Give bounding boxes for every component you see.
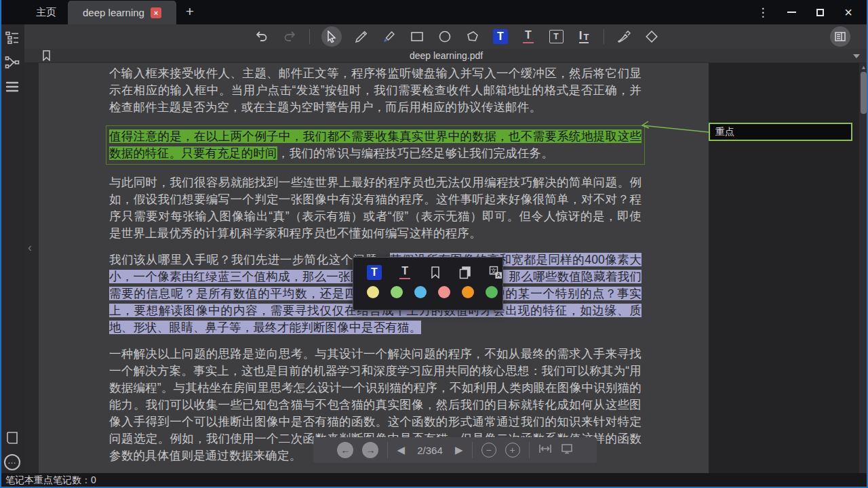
close-button[interactable]: × [834, 0, 863, 24]
t-glyph: T [553, 33, 558, 41]
tab-label: deep learning [83, 7, 144, 18]
toolbar-divider [604, 29, 604, 44]
status-bar: 笔记本重点笔记数：0 [0, 473, 868, 488]
bookmark-button[interactable] [429, 265, 443, 280]
zoom-in-button[interactable]: + [505, 443, 520, 458]
polygon-tool[interactable] [465, 28, 481, 45]
color-dot-pink[interactable] [438, 286, 450, 298]
ellipse-tool[interactable] [437, 28, 453, 45]
page-gutter [24, 63, 39, 473]
highlight-text-icon: T [493, 29, 508, 44]
new-tab-button[interactable]: + [179, 0, 201, 24]
select-tool[interactable] [321, 26, 342, 47]
t-glyph: T [371, 267, 378, 278]
highlight-text-icon: T [367, 265, 382, 280]
nav-divider [529, 442, 530, 458]
more-options-icon[interactable]: … [4, 454, 20, 470]
previous-page-button[interactable]: ◀ [397, 444, 405, 456]
color-dot-yellow[interactable] [367, 286, 379, 298]
nav-divider [472, 442, 473, 458]
annotated-paragraph: 值得注意的是，在以上两个例子中，我们都不需要收集真实世界中的数据，也不需要系统地… [106, 125, 645, 165]
app-window: 主页 deep learning × + ⋮ × [0, 0, 868, 488]
insert-text-icon: IT [579, 30, 589, 43]
eraser-tool[interactable] [644, 28, 660, 45]
highlighter-tool[interactable] [381, 28, 397, 45]
scroll-up-icon[interactable]: ▲ [861, 64, 867, 70]
underline-text-icon: T [399, 266, 410, 279]
t-glyph: T [401, 266, 408, 277]
fit-width-button[interactable] [538, 443, 552, 457]
note-count-text: 笔记本重点笔记数：0 [5, 474, 96, 485]
tool-group: T T T IT [24, 24, 660, 49]
scrollbar-thumb[interactable] [861, 72, 867, 114]
minimize-icon [787, 12, 796, 13]
bookmark-icon[interactable] [42, 50, 51, 64]
menu-icon[interactable]: ⋮ [749, 0, 777, 24]
tab-home[interactable]: 主页 [24, 0, 68, 24]
document-title: deep learning.pdf [410, 50, 483, 61]
outline-icon[interactable] [4, 30, 20, 46]
mindmap-icon[interactable] [4, 54, 20, 70]
annotation-popup: T T 文A [353, 257, 503, 310]
paragraph: 个输入框来接受收件人、主题、邮件正文等，程序将监听键盘输入并写入一个缓冲区，然后… [109, 65, 642, 116]
minimize-button[interactable] [777, 0, 806, 24]
paragraph: 与此同时，我们很容易就能找到一些连世界上最好的程序员也无法仅用编程技巧解决的简单… [109, 174, 642, 242]
popup-tool-row: T T 文A [353, 258, 502, 281]
insert-text-tool[interactable]: IT [576, 28, 592, 45]
window-controls: ⋮ × [749, 0, 863, 24]
next-page-button[interactable]: ▶ [455, 444, 463, 456]
highlight-text-button[interactable]: T [367, 265, 382, 280]
t-glyph: T [497, 31, 504, 42]
rectangle-tool[interactable] [409, 28, 425, 45]
text-segment: ，我们的常识与编程技巧已经足够让我们完成任务。 [277, 146, 553, 160]
fit-page-button[interactable] [561, 443, 573, 457]
highlight-text-tool[interactable]: T [492, 28, 509, 45]
copy-button[interactable] [458, 265, 473, 280]
text-segment: 个输入框来接受收件人、主题、邮件正文等，程序将监听键盘输入并写入一个缓冲区，然后… [109, 66, 642, 114]
redo-button[interactable] [281, 28, 298, 45]
text-box-icon: T [549, 30, 564, 43]
tab-close-icon[interactable]: × [151, 7, 161, 18]
t-glyph: T [525, 30, 532, 41]
annotation-toolbar: T T T IT [24, 24, 868, 49]
text-segment: 与此同时，我们很容易就能找到一些连世界上最好的程序员也无法仅用编程技巧解决的简单… [109, 176, 642, 240]
translate-button[interactable]: 文A [489, 265, 503, 280]
t-glyph: T [583, 33, 589, 41]
page-navigation-bar: ← → ◀ 2/364 ▶ − + [313, 437, 597, 463]
color-dot-green[interactable] [486, 286, 498, 298]
zoom-out-button[interactable]: − [481, 443, 496, 458]
text-box-tool[interactable]: T [548, 28, 564, 45]
color-dot-orange[interactable] [462, 286, 474, 298]
collapse-panel-icon[interactable]: ‹ [28, 241, 32, 255]
maximize-icon [816, 9, 824, 16]
underline-text-icon: T [523, 30, 534, 43]
tab-bar: 主页 deep learning × + ⋮ × [0, 0, 868, 24]
tab-deep-learning[interactable]: deep learning × [68, 1, 176, 24]
notes-list-icon[interactable] [4, 79, 20, 95]
document-area: 个输入框来接受收件人、主题、邮件正文等，程序将监听键盘输入并写入一个缓冲区，然后… [24, 63, 868, 473]
title-dropdown-icon[interactable] [853, 54, 860, 58]
history-back-button[interactable]: ← [337, 442, 353, 458]
nav-divider [387, 442, 388, 458]
document-title-bar: deep learning.pdf [24, 49, 868, 63]
toolbar-divider [309, 29, 310, 44]
toggle-panel-button[interactable] [830, 26, 850, 47]
history-forward-button[interactable]: → [362, 442, 378, 458]
pen-tool[interactable] [616, 28, 632, 45]
page-indicator[interactable]: 2/364 [414, 445, 446, 456]
color-dot-blue[interactable] [414, 286, 427, 298]
popup-color-row [353, 281, 502, 298]
svg-text:A: A [496, 272, 500, 279]
color-dot-light-green[interactable] [391, 286, 403, 298]
undo-button[interactable] [254, 28, 270, 45]
underline-text-button[interactable]: T [398, 265, 412, 280]
maximize-button[interactable] [806, 0, 834, 24]
text-segment: 我们该从哪里入手呢？我们先进一步简化这个问题： [109, 253, 390, 266]
window-frame-left [0, 0, 1, 488]
underline-text-tool[interactable]: T [520, 28, 536, 45]
left-sidebar: … [0, 24, 24, 473]
notebook-icon[interactable] [4, 430, 20, 446]
pencil-tool[interactable] [353, 28, 370, 45]
margin-note[interactable]: 重点 [709, 123, 852, 141]
